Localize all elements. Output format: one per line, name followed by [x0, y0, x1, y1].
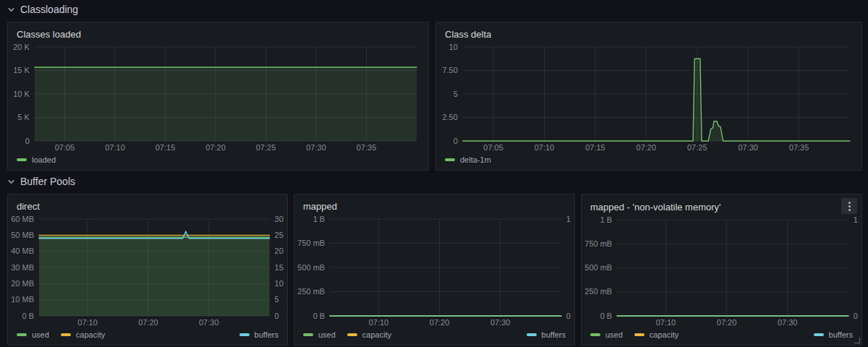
panel-title[interactable]: Class delta	[445, 29, 491, 40]
legend: usedcapacitybuffers	[8, 329, 287, 345]
timeseries-chart-classes-loaded[interactable]: 20 K15 K10 K5 K007:0507:1007:1507:2007:2…	[9, 43, 425, 154]
svg-text:07:30: 07:30	[778, 318, 798, 327]
svg-text:07:10: 07:10	[656, 318, 676, 327]
panel-direct: direct 60 MB50 MB40 MB30 MB20 MB10 MB0 B…	[7, 194, 288, 346]
legend-item-used[interactable]: used	[17, 330, 49, 339]
svg-text:0: 0	[566, 312, 571, 320]
panel-title[interactable]: direct	[17, 201, 40, 212]
panel-header: mapped - 'non-volatile memory'	[582, 194, 861, 215]
timeseries-chart-class-delta[interactable]: 107.5052.50007:0507:1007:1507:2007:2507:…	[438, 43, 859, 154]
legend-item-buffers[interactable]: buffers	[239, 330, 278, 339]
svg-text:1: 1	[854, 215, 858, 224]
svg-text:07:15: 07:15	[585, 143, 605, 152]
legend-item-loaded[interactable]: loaded	[17, 155, 56, 164]
section-row-buffer-pools[interactable]: Buffer Pools	[7, 174, 75, 189]
svg-text:30 MB: 30 MB	[11, 263, 34, 272]
legend-series-swatch	[17, 333, 27, 336]
svg-text:07:10: 07:10	[369, 318, 389, 327]
legend-series-label: buffers	[829, 330, 853, 339]
svg-text:30: 30	[275, 215, 284, 223]
legend-item-delta-1m[interactable]: delta-1m	[445, 155, 491, 164]
svg-text:2.50: 2.50	[442, 113, 457, 121]
svg-text:10: 10	[449, 43, 458, 51]
chevron-down-icon	[7, 6, 15, 14]
panel-title[interactable]: mapped	[303, 201, 337, 212]
legend-series-label: used	[32, 330, 49, 339]
legend-series-swatch	[814, 333, 824, 336]
section-title: Classloading	[20, 4, 78, 15]
panel-classes-loaded: Classes loaded 20 K15 K10 K5 K007:0507:1…	[7, 22, 429, 171]
svg-text:07:10: 07:10	[77, 318, 98, 327]
svg-text:250 mB: 250 mB	[297, 287, 325, 296]
panel-mapped: mapped 1 B750 mB500 mB250 mB0 B1007:1007…	[294, 194, 575, 346]
svg-text:07:05: 07:05	[483, 143, 503, 152]
legend-series-swatch	[445, 158, 455, 161]
svg-text:0 B: 0 B	[600, 312, 613, 320]
legend-series-swatch	[239, 333, 250, 336]
legend-series-label: capacity	[76, 330, 105, 339]
svg-text:1: 1	[566, 215, 571, 223]
svg-text:07:30: 07:30	[738, 143, 758, 152]
panel-title[interactable]: Classes loaded	[17, 29, 81, 40]
legend-item-capacity[interactable]: capacity	[634, 330, 678, 339]
svg-text:10 K: 10 K	[13, 90, 30, 98]
panel-header: direct	[8, 194, 287, 215]
panel-title[interactable]: mapped - 'non-volatile memory'	[590, 202, 721, 213]
svg-text:07:20: 07:20	[637, 143, 657, 152]
legend-series-swatch	[61, 333, 71, 336]
panel-header: Classes loaded	[8, 22, 428, 43]
svg-text:07:30: 07:30	[199, 318, 219, 327]
svg-text:750 mB: 750 mB	[297, 239, 325, 247]
legend-item-used[interactable]: used	[590, 330, 623, 339]
svg-text:0: 0	[454, 137, 458, 145]
svg-text:500 mB: 500 mB	[297, 263, 325, 272]
legend-item-capacity[interactable]: capacity	[61, 330, 105, 339]
timeseries-chart-mapped-nvm[interactable]: 1 B750 mB500 mB250 mB0 B1007:1007:2007:3…	[583, 215, 859, 329]
legend-series-label: buffers	[255, 330, 278, 339]
panel-resize-handle[interactable]	[854, 338, 860, 343]
svg-text:250 mB: 250 mB	[584, 287, 612, 296]
svg-text:20 K: 20 K	[13, 43, 30, 51]
chart-area: 107.5052.50007:0507:1007:1507:2007:2507:…	[436, 43, 861, 154]
timeseries-chart-mapped[interactable]: 1 B750 mB500 mB250 mB0 B1007:1007:2007:3…	[296, 215, 571, 329]
svg-text:1 B: 1 B	[600, 215, 613, 224]
svg-text:0: 0	[854, 312, 858, 320]
svg-text:5: 5	[275, 295, 279, 304]
legend-series-swatch	[590, 333, 600, 336]
legend-series-swatch	[527, 333, 537, 336]
legend-item-buffers[interactable]: buffers	[527, 330, 566, 339]
svg-text:07:20: 07:20	[205, 143, 226, 152]
svg-text:0 B: 0 B	[22, 312, 34, 320]
timeseries-chart-direct[interactable]: 60 MB50 MB40 MB30 MB20 MB10 MB0 B3025201…	[9, 215, 284, 329]
svg-text:07:20: 07:20	[138, 318, 158, 327]
svg-text:07:20: 07:20	[717, 318, 737, 327]
legend-item-used[interactable]: used	[303, 330, 336, 339]
svg-text:07:30: 07:30	[490, 318, 511, 327]
svg-text:0: 0	[275, 312, 279, 320]
svg-text:7.50: 7.50	[442, 66, 457, 74]
svg-text:10: 10	[275, 279, 284, 288]
legend-series-label: delta-1m	[460, 155, 491, 164]
svg-text:0 B: 0 B	[313, 312, 326, 320]
svg-text:20 MB: 20 MB	[11, 279, 34, 288]
legend-series-swatch	[303, 333, 313, 336]
section-title: Buffer Pools	[20, 176, 75, 187]
legend: usedcapacitybuffers	[582, 329, 861, 345]
svg-text:750 mB: 750 mB	[584, 239, 612, 248]
legend-item-buffers[interactable]: buffers	[814, 330, 853, 339]
section-row-classloading[interactable]: Classloading	[7, 2, 78, 17]
panel-menu-kebab-icon[interactable]	[841, 198, 857, 214]
svg-text:07:10: 07:10	[105, 143, 125, 152]
svg-text:07:15: 07:15	[156, 143, 176, 152]
svg-text:5: 5	[454, 90, 458, 98]
svg-text:50 MB: 50 MB	[11, 231, 34, 239]
svg-text:500 mB: 500 mB	[584, 263, 612, 272]
svg-text:10 MB: 10 MB	[11, 295, 34, 304]
svg-text:07:25: 07:25	[256, 143, 276, 152]
legend-series-swatch	[634, 333, 644, 336]
legend-series-label: capacity	[650, 330, 678, 339]
legend: loaded	[8, 154, 428, 170]
legend-item-capacity[interactable]: capacity	[347, 330, 391, 339]
chart-area: 1 B750 mB500 mB250 mB0 B1007:1007:2007:3…	[582, 215, 861, 329]
panel-class-delta: Class delta 107.5052.50007:0507:1007:150…	[435, 22, 862, 171]
